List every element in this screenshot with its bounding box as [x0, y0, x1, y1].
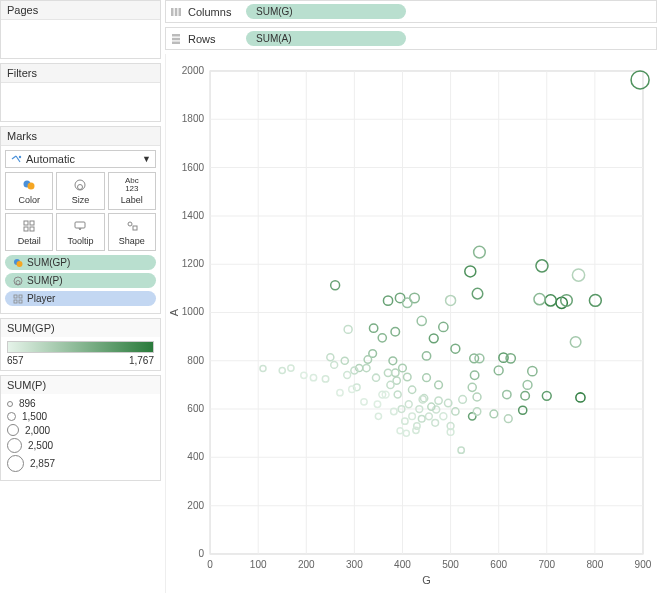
filters-shelf[interactable]: Filters [0, 63, 161, 122]
data-point[interactable] [378, 334, 386, 342]
data-point[interactable] [310, 375, 316, 381]
rows-pill[interactable]: SUM(A) [246, 31, 406, 46]
data-point[interactable] [490, 410, 498, 418]
data-point[interactable] [337, 390, 343, 396]
columns-icon [170, 6, 182, 18]
size-legend-item: 2,857 [7, 455, 154, 472]
data-point[interactable] [470, 371, 478, 379]
columns-shelf[interactable]: Columns SUM(G) [165, 0, 657, 23]
svg-rect-10 [30, 227, 34, 231]
data-point[interactable] [451, 344, 460, 353]
size-legend[interactable]: SUM(P) 8961,5002,0002,5002,857 [0, 375, 161, 481]
data-point[interactable] [519, 406, 527, 414]
data-point[interactable] [473, 393, 481, 401]
data-point[interactable] [472, 288, 483, 299]
data-point[interactable] [413, 427, 419, 433]
data-point[interactable] [534, 294, 545, 305]
data-point[interactable] [423, 374, 431, 382]
data-point[interactable] [435, 381, 443, 389]
mark-type-dropdown[interactable]: Automatic ▼ [5, 150, 156, 168]
data-point[interactable] [536, 260, 548, 272]
data-point[interactable] [570, 337, 581, 348]
data-point[interactable] [288, 365, 294, 371]
data-point[interactable] [387, 381, 394, 388]
size-button[interactable]: Size [56, 172, 104, 210]
shape-button[interactable]: Shape [108, 213, 156, 251]
data-point[interactable] [429, 334, 438, 343]
data-point[interactable] [372, 374, 379, 381]
data-point[interactable] [392, 369, 399, 376]
chart-viz[interactable]: 0100200300400500600700800900020040060080… [165, 54, 657, 593]
data-point[interactable] [523, 380, 532, 389]
tooltip-button[interactable]: Tooltip [56, 213, 104, 251]
svg-text:G: G [422, 574, 431, 586]
svg-text:A: A [168, 308, 180, 316]
data-point[interactable] [503, 390, 511, 398]
data-point[interactable] [458, 447, 464, 453]
data-point[interactable] [405, 401, 412, 408]
data-point[interactable] [383, 296, 392, 305]
data-point[interactable] [374, 401, 380, 407]
svg-rect-7 [24, 221, 28, 225]
data-point[interactable] [435, 397, 442, 404]
data-point[interactable] [631, 71, 649, 89]
data-point[interactable] [403, 430, 409, 436]
data-point[interactable] [322, 376, 328, 382]
data-point[interactable] [363, 364, 370, 371]
data-point[interactable] [403, 298, 412, 307]
data-point[interactable] [384, 369, 391, 376]
data-point[interactable] [391, 328, 400, 337]
data-point[interactable] [260, 365, 266, 371]
color-legend[interactable]: SUM(GP) 657 1,767 [0, 318, 161, 371]
columns-pill[interactable]: SUM(G) [246, 4, 406, 19]
data-point[interactable] [375, 413, 381, 419]
data-point[interactable] [418, 415, 425, 422]
marks-pill-gp[interactable]: SUM(GP) [5, 255, 156, 270]
data-point[interactable] [331, 281, 340, 290]
pages-shelf[interactable]: Pages [0, 0, 161, 59]
label-button[interactable]: Abc123 Label [108, 172, 156, 210]
caret-down-icon: ▼ [142, 154, 151, 164]
data-point[interactable] [528, 367, 537, 376]
pages-header: Pages [1, 1, 160, 20]
data-point[interactable] [426, 413, 433, 420]
data-point[interactable] [279, 367, 285, 373]
data-point[interactable] [422, 352, 430, 360]
data-point[interactable] [576, 393, 585, 402]
rows-shelf[interactable]: Rows SUM(A) [165, 27, 657, 50]
svg-text:0: 0 [198, 548, 204, 559]
data-point[interactable] [369, 324, 377, 332]
data-point[interactable] [440, 413, 447, 420]
marks-pill-p[interactable]: SUM(P) [5, 273, 156, 288]
svg-text:600: 600 [490, 559, 507, 570]
data-point[interactable] [521, 392, 530, 401]
data-point[interactable] [408, 386, 415, 393]
data-point[interactable] [409, 413, 416, 420]
data-point[interactable] [394, 391, 401, 398]
data-point[interactable] [327, 354, 334, 361]
data-point[interactable] [344, 372, 351, 379]
detail-button[interactable]: Detail [5, 213, 53, 251]
svg-rect-27 [172, 41, 180, 44]
data-point[interactable] [504, 415, 512, 423]
data-point[interactable] [474, 246, 486, 258]
svg-rect-11 [75, 222, 85, 228]
svg-text:200: 200 [298, 559, 315, 570]
data-point[interactable] [417, 316, 426, 325]
data-point[interactable] [432, 419, 439, 426]
data-point[interactable] [459, 396, 467, 404]
data-point[interactable] [361, 399, 367, 405]
data-point[interactable] [468, 383, 476, 391]
data-point[interactable] [364, 356, 371, 363]
marks-pill-player[interactable]: Player [5, 291, 156, 306]
data-point[interactable] [475, 354, 484, 363]
color-button[interactable]: Color [5, 172, 53, 210]
svg-text:1200: 1200 [182, 258, 205, 269]
data-point[interactable] [439, 322, 448, 331]
data-point[interactable] [465, 266, 476, 277]
data-point[interactable] [344, 325, 352, 333]
data-point[interactable] [404, 373, 412, 381]
data-point[interactable] [331, 361, 338, 368]
data-point[interactable] [572, 269, 584, 281]
svg-text:400: 400 [187, 451, 204, 462]
